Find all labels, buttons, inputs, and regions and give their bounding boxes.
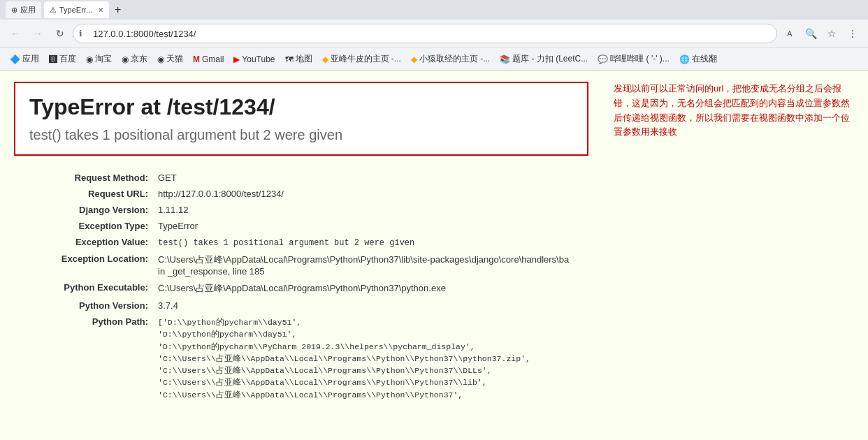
bookmark-gmail[interactable]: M Gmail — [189, 53, 228, 66]
zoom-button[interactable]: 🔍 — [801, 24, 820, 43]
tab-new[interactable]: + — [109, 1, 126, 18]
bookmark-youtube[interactable]: ▶ 发现以前可以正常访问的url，把他变成无名分组之后会报错，这是因为，无名分组… — [229, 53, 279, 66]
bookmark-map-icon: 🗺 — [285, 54, 294, 64]
main-content: TypeError at /test/1234/ test() takes 1 … — [0, 71, 602, 440]
tab-favicon-1: ⊕ — [11, 6, 17, 15]
python-path-item: 'C:\\Users\\占亚峰\\AppData\\Local\\Program… — [158, 376, 584, 388]
exception-location-line2: in _get_response, line 185 — [158, 266, 265, 277]
label-python-version: Python Version: — [14, 298, 154, 314]
label-request-method: Request Method: — [14, 170, 154, 186]
label-django-version: Django Version: — [14, 202, 154, 218]
address-lock-icon: ℹ — [79, 29, 82, 38]
value-request-url: http://127.0.0.1:8000/test/1234/ — [154, 186, 588, 202]
bookmark-xiaoyuan-label: 小猿取经的主页 -... — [419, 53, 490, 65]
bookmark-jd-label: 京东 — [131, 53, 147, 65]
label-python-path: Python Path: — [14, 314, 154, 404]
bookmark-leetcode-label: 题库 - 力扣 (LeetC... — [512, 53, 588, 65]
address-bar[interactable]: ℹ 127.0.0.1:8000/test/1234/ — [73, 24, 777, 43]
bookmark-apps-icon: 🔷 — [10, 54, 20, 64]
bookmark-xiaoyuan[interactable]: ◆ 小猿取经的主页 -... — [407, 52, 494, 66]
error-subtitle: test() takes 1 positional argument but 2… — [29, 127, 573, 143]
label-exception-location: Exception Location: — [14, 251, 154, 279]
value-python-path: ['D:\\python的pycharm\\day51', 'D:\\pytho… — [154, 314, 588, 404]
bookmark-gmail-icon: M — [193, 54, 200, 64]
value-python-version: 3.7.4 — [154, 298, 588, 314]
bookmark-youtube-text: YouTube — [242, 54, 275, 64]
tab-favicon-2: ⚠ — [50, 6, 57, 15]
python-path-item: 'C:\\Users\\占亚峰\\AppData\\Local\\Program… — [158, 365, 584, 376]
tab-item-2[interactable]: ⚠ TypeErr... ✕ — [44, 1, 109, 18]
bookmark-translate-label: 在线翻 — [692, 53, 717, 65]
bookmark-baidu-icon: 🅱 — [49, 54, 57, 64]
value-request-method: GET — [154, 170, 588, 186]
row-exception-location: Exception Location: C:\Users\占亚峰\AppData… — [14, 251, 588, 279]
bookmark-tianmao-label: 天猫 — [166, 53, 183, 65]
translate-button[interactable]: A — [780, 24, 800, 43]
page-content: TypeError at /test/1234/ test() takes 1 … — [0, 71, 868, 440]
browser-chrome: ⊕ 应用 ⚠ TypeErr... ✕ + ← → ↻ ℹ 127.0.0.1:… — [0, 0, 868, 71]
bookmark-youtube-icon: ▶ — [233, 54, 240, 64]
value-exception-type: TypeError — [154, 218, 588, 234]
bookmark-baidu[interactable]: 🅱 百度 — [45, 52, 80, 66]
bookmark-bilibili-icon: 💬 — [598, 54, 608, 64]
tab-item-1[interactable]: ⊕ 应用 — [6, 1, 41, 18]
bookmark-xiaoyuan-icon: ◆ — [411, 54, 417, 64]
bookmark-taobao-icon: ◉ — [86, 54, 93, 64]
bookmark-bilibili[interactable]: 💬 哔哩哔哩 ( '-' )... — [593, 52, 674, 66]
bookmark-taobao[interactable]: ◉ 淘宝 — [82, 52, 116, 66]
row-request-url: Request URL: http://127.0.0.1:8000/test/… — [14, 186, 588, 202]
bookmark-yafeng-icon: ◆ — [322, 54, 328, 64]
python-path-list: ['D:\\python的pycharm\\day51', 'D:\\pytho… — [158, 316, 584, 401]
value-exception-location: C:\Users\占亚峰\AppData\Local\Programs\Pyth… — [154, 251, 588, 279]
address-text: 127.0.0.1:8000/test/1234/ — [93, 29, 196, 39]
python-path-item: 'C:\\Users\\占亚峰\\AppData\\Local\\Program… — [158, 353, 584, 365]
bookmarks-bar: 🔷 应用 🅱 百度 ◉ 淘宝 ◉ 京东 ◉ 天猫 M Gmail ▶ 发现以前可… — [0, 47, 868, 70]
bookmark-tianmao[interactable]: ◉ 天猫 — [153, 52, 187, 66]
tab-bar: ⊕ 应用 ⚠ TypeErr... ✕ + — [0, 0, 868, 20]
bookmark-taobao-label: 淘宝 — [95, 53, 112, 65]
bookmark-gmail-label: Gmail — [202, 54, 224, 64]
bookmark-map-label: 地图 — [296, 53, 312, 65]
label-request-url: Request URL: — [14, 186, 154, 202]
tab-close-2[interactable]: ✕ — [98, 6, 103, 14]
label-exception-type: Exception Type: — [14, 218, 154, 234]
bookmark-yafeng[interactable]: ◆ 亚峰牛皮的主页 -... — [318, 52, 405, 66]
bookmark-button[interactable]: ☆ — [822, 24, 841, 43]
row-exception-value: Exception Value: test() takes 1 position… — [14, 234, 588, 251]
value-python-executable: C:\Users\占亚峰\AppData\Local\Programs\Pyth… — [154, 279, 588, 298]
bookmark-translate[interactable]: 🌐 在线翻 — [675, 52, 721, 66]
sidebar-note-text: 发现以前可以正常访问的url，把他变成无名分组之后会报错，这是因为，无名分组会把… — [614, 83, 850, 137]
row-request-method: Request Method: GET — [14, 170, 588, 186]
row-python-executable: Python Executable: C:\Users\占亚峰\AppData\… — [14, 279, 588, 298]
bookmark-map[interactable]: 🗺 地图 — [281, 52, 317, 66]
nav-bar: ← → ↻ ℹ 127.0.0.1:8000/test/1234/ A 🔍 ☆ … — [0, 20, 868, 47]
forward-button[interactable]: → — [28, 24, 48, 43]
row-exception-type: Exception Type: TypeError — [14, 218, 588, 234]
bookmark-yafeng-label: 亚峰牛皮的主页 -... — [331, 53, 401, 65]
python-path-item: ['D:\\python的pycharm\\day51', — [158, 316, 584, 328]
python-path-item: 'C:\\Users\\占亚峰\\AppData\\Local\\Program… — [158, 389, 584, 401]
python-path-item: 'D:\\python的pycharm\\day51', — [158, 328, 584, 340]
bookmark-leetcode-icon: 📚 — [500, 54, 510, 64]
bookmark-tianmao-icon: ◉ — [157, 54, 164, 64]
refresh-button[interactable]: ↻ — [50, 24, 70, 43]
tab-label-2: TypeErr... — [59, 6, 92, 14]
label-python-executable: Python Executable: — [14, 279, 154, 298]
bookmark-jd[interactable]: ◉ 京东 — [117, 52, 152, 66]
error-box: TypeError at /test/1234/ test() takes 1 … — [14, 82, 588, 156]
nav-right-buttons: A 🔍 ☆ ⋮ — [780, 24, 862, 43]
back-button[interactable]: ← — [6, 24, 25, 43]
bookmark-apps-label: 应用 — [22, 53, 39, 65]
error-title: TypeError at /test/1234/ — [29, 94, 573, 120]
bookmark-translate-icon: 🌐 — [679, 54, 690, 64]
python-path-item: 'D:\\python的pycharm\\PyCharm 2019.2.3\\h… — [158, 341, 584, 353]
row-python-path: Python Path: ['D:\\python的pycharm\\day51… — [14, 314, 588, 404]
row-django-version: Django Version: 1.11.12 — [14, 202, 588, 218]
bookmark-apps[interactable]: 🔷 应用 — [6, 52, 43, 66]
bookmark-leetcode[interactable]: 📚 题库 - 力扣 (LeetC... — [496, 52, 592, 66]
bookmark-jd-icon: ◉ — [122, 54, 129, 64]
details-table: Request Method: GET Request URL: http://… — [14, 170, 588, 404]
tab-label-1: 应用 — [20, 5, 36, 15]
more-button[interactable]: ⋮ — [843, 24, 862, 43]
exception-value-text: test() takes 1 positional argument but 2… — [158, 238, 414, 248]
